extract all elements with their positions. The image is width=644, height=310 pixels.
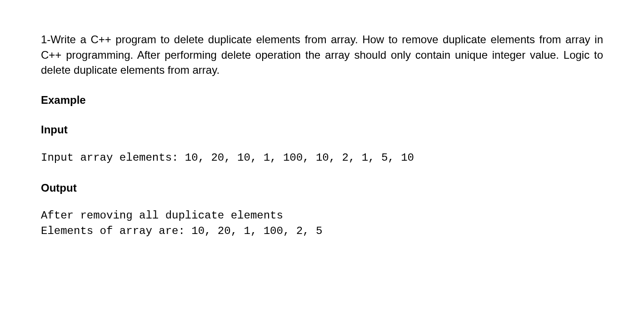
question-text: 1-Write a C++ program to delete duplicat… — [41, 32, 603, 78]
output-code-block: After removing all duplicate elements El… — [41, 208, 603, 239]
output-line-2: Elements of array are: 10, 20, 1, 100, 2… — [41, 225, 322, 237]
output-heading: Output — [41, 180, 603, 196]
output-line-1: After removing all duplicate elements — [41, 209, 283, 222]
input-heading: Input — [41, 122, 603, 137]
input-code-block: Input array elements: 10, 20, 10, 1, 100… — [41, 150, 603, 166]
example-heading: Example — [41, 92, 603, 108]
